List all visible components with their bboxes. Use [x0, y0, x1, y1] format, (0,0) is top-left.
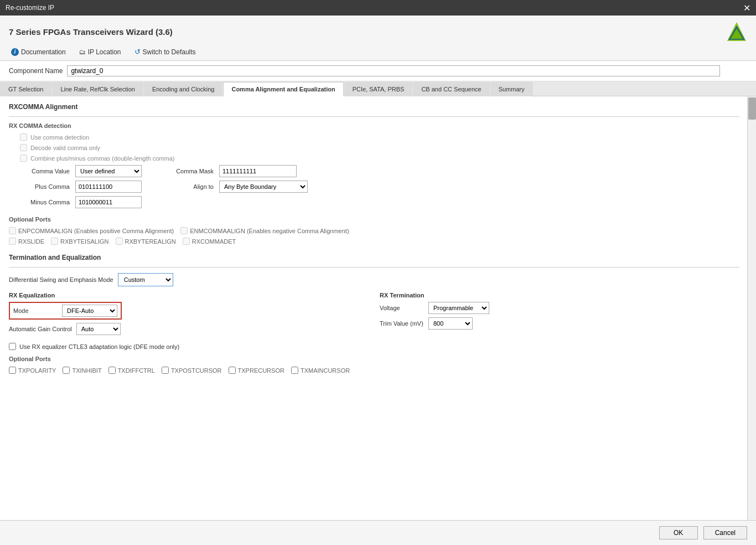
- txprecursor-label: TXPRECURSOR: [238, 367, 284, 374]
- rx-mode-row: Mode DFE-Auto: [9, 302, 369, 320]
- decode-valid-comma-label: Decode valid comma only: [30, 145, 100, 151]
- minus-comma-input[interactable]: [75, 196, 142, 208]
- rx-comma-detection-title: RX COMMA detection: [9, 122, 739, 129]
- rx-trim-label: Trim Value (mV): [380, 320, 424, 327]
- tab-gt-selection[interactable]: GT Selection: [0, 82, 51, 96]
- rxbyterealign-label: RXBYTEREALIGN: [125, 238, 176, 245]
- rx-trim-row: Trim Value (mV) 800: [380, 317, 739, 330]
- txpostcursor-checkbox[interactable]: [162, 367, 169, 374]
- tabs-bar: GT Selection Line Rate, RefClk Selection…: [0, 81, 756, 96]
- term-optional-ports-title: Optional Ports: [9, 356, 739, 362]
- txinhibit-checkbox[interactable]: [63, 367, 70, 374]
- port-enpcommaalign: ENPCOMMAALIGN (Enables positive Comma Al…: [9, 227, 174, 234]
- rx-termination-col: RX Termination Voltage Programmable Trim…: [380, 292, 739, 338]
- minus-comma-label: Minus Comma: [20, 199, 70, 205]
- plus-comma-input[interactable]: [75, 181, 142, 193]
- tab-summary[interactable]: Summary: [490, 82, 533, 96]
- align-to-label: Align to: [164, 183, 214, 190]
- eq-term-grid: RX Equalization Mode DFE-Auto Automa: [9, 292, 739, 338]
- port-rxbyteisalign: RXBYTEISALIGN: [51, 238, 108, 245]
- combine-plus-minus-row: Combine plus/minus commas (double-length…: [20, 155, 739, 162]
- header-title-row: 7 Series FPGAs Transceivers Wizard (3.6): [9, 21, 747, 42]
- align-to-select[interactable]: Any Byte Boundary: [219, 181, 308, 193]
- app-title: 7 Series FPGAs Transceivers Wizard (3.6): [9, 27, 173, 37]
- ip-location-label: IP Location: [88, 48, 121, 56]
- use-rx-equalizer-checkbox[interactable]: [9, 343, 16, 350]
- rxcomma-section: RXCOMMA Alignment RX COMMA detection Use…: [9, 103, 739, 245]
- txpolarity-checkbox[interactable]: [9, 367, 16, 374]
- component-name-label: Component Name: [9, 67, 63, 75]
- comma-ports-row2: RXSLIDE RXBYTEISALIGN RXBYTEREALIGN: [9, 238, 739, 245]
- rx-trim-select[interactable]: 800: [428, 317, 473, 330]
- decode-valid-comma-row: Decode valid comma only: [20, 144, 739, 151]
- switch-defaults-label: Switch to Defaults: [143, 48, 196, 56]
- combine-plus-minus-checkbox[interactable]: [20, 155, 27, 162]
- folder-icon: 🗂: [79, 48, 86, 56]
- tab-comma-alignment[interactable]: Comma Alignment and Equalization: [223, 82, 343, 96]
- tab-encoding-clocking[interactable]: Encoding and Clocking: [144, 82, 223, 96]
- port-rxbyterealign: RXBYTEREALIGN: [116, 238, 176, 245]
- info-icon: i: [11, 48, 19, 56]
- rx-agc-select[interactable]: Auto: [76, 323, 121, 335]
- rxslide-checkbox[interactable]: [9, 238, 16, 245]
- rx-mode-label: Mode: [13, 307, 58, 314]
- ip-location-button[interactable]: 🗂 IP Location: [77, 47, 123, 57]
- rxcomma-section-title: RXCOMMA Alignment: [9, 103, 739, 111]
- scrollbar-thumb[interactable]: [748, 97, 756, 120]
- refresh-icon: ↺: [134, 48, 141, 56]
- port-txdiffctrl: TXDIFFCTRL: [108, 367, 155, 374]
- comma-value-select[interactable]: User defined: [75, 165, 142, 177]
- diff-swing-select[interactable]: Custom: [118, 273, 173, 286]
- comma-mask-label: Comma Mask: [164, 168, 214, 174]
- port-txmaincursor: TXMAINCURSOR: [291, 367, 350, 374]
- term-eq-section: Termination and Equalization Differentia…: [9, 254, 739, 374]
- comma-mask-input[interactable]: [219, 165, 297, 177]
- txmaincursor-checkbox[interactable]: [291, 367, 298, 374]
- rx-mode-select[interactable]: DFE-Auto: [62, 305, 117, 317]
- enmcommaalign-label: ENMCOMMAALIGN (Enables negative Comma Al…: [190, 228, 349, 234]
- term-ports-row: TXPOLARITY TXINHIBIT TXDIFFCTRL TXP: [9, 367, 739, 374]
- scroll-area[interactable]: RXCOMMA Alignment RX COMMA detection Use…: [0, 96, 756, 520]
- use-rx-equalizer-row: Use RX equalizer CTLE3 adaptation logic …: [9, 343, 739, 350]
- txdiffctrl-checkbox[interactable]: [108, 367, 116, 374]
- switch-defaults-button[interactable]: ↺ Switch to Defaults: [132, 47, 198, 57]
- term-eq-section-title: Termination and Equalization: [9, 254, 739, 261]
- documentation-label: Documentation: [21, 48, 66, 56]
- cancel-button[interactable]: Cancel: [703, 526, 747, 539]
- rx-voltage-select[interactable]: Programmable: [428, 302, 489, 314]
- dialog-footer: OK Cancel: [0, 520, 756, 545]
- diff-swing-row: Differential Swing and Emphasis Mode Cus…: [9, 273, 739, 286]
- dialog-header: 7 Series FPGAs Transceivers Wizard (3.6)…: [0, 16, 756, 61]
- use-comma-detection-label: Use comma detection: [30, 134, 89, 141]
- port-txpolarity: TXPOLARITY: [9, 367, 56, 374]
- comma-optional-ports-title: Optional Ports: [9, 216, 739, 223]
- component-name-input[interactable]: [67, 65, 720, 76]
- comma-optional-ports: Optional Ports ENPCOMMAALIGN (Enables po…: [9, 216, 739, 245]
- rx-equalization-title: RX Equalization: [9, 292, 369, 299]
- rxcommadet-checkbox[interactable]: [183, 238, 190, 245]
- documentation-button[interactable]: i Documentation: [9, 47, 68, 57]
- port-txprecursor: TXPRECURSOR: [229, 367, 284, 374]
- enmcommaalign-checkbox[interactable]: [180, 227, 188, 234]
- rxbyteisalign-checkbox[interactable]: [51, 238, 58, 245]
- rxbyterealign-checkbox[interactable]: [116, 238, 123, 245]
- tab-line-rate[interactable]: Line Rate, RefClk Selection: [52, 82, 143, 96]
- title-bar-text: Re-customize IP: [6, 4, 54, 12]
- txpostcursor-label: TXPOSTCURSOR: [171, 367, 222, 374]
- diff-swing-label: Differential Swing and Emphasis Mode: [9, 276, 113, 283]
- txprecursor-checkbox[interactable]: [229, 367, 236, 374]
- enpcommaalign-checkbox[interactable]: [9, 227, 16, 234]
- close-button[interactable]: ✕: [743, 3, 750, 13]
- port-txpostcursor: TXPOSTCURSOR: [162, 367, 222, 374]
- rx-agc-row: Automatic Gain Control Auto: [9, 323, 369, 335]
- scrollbar-track[interactable]: [747, 96, 756, 520]
- decode-valid-comma-checkbox[interactable]: [20, 144, 27, 151]
- txdiffctrl-label: TXDIFFCTRL: [118, 367, 155, 374]
- tab-cb-cc[interactable]: CB and CC Sequence: [413, 82, 489, 96]
- use-comma-detection-checkbox[interactable]: [20, 133, 27, 141]
- port-enmcommaalign: ENMCOMMAALIGN (Enables negative Comma Al…: [180, 227, 349, 234]
- tab-pcie-sata[interactable]: PCIe, SATA, PRBS: [344, 82, 413, 96]
- ok-button[interactable]: OK: [659, 526, 698, 539]
- txpolarity-label: TXPOLARITY: [18, 367, 56, 374]
- port-rxslide: RXSLIDE: [9, 238, 44, 245]
